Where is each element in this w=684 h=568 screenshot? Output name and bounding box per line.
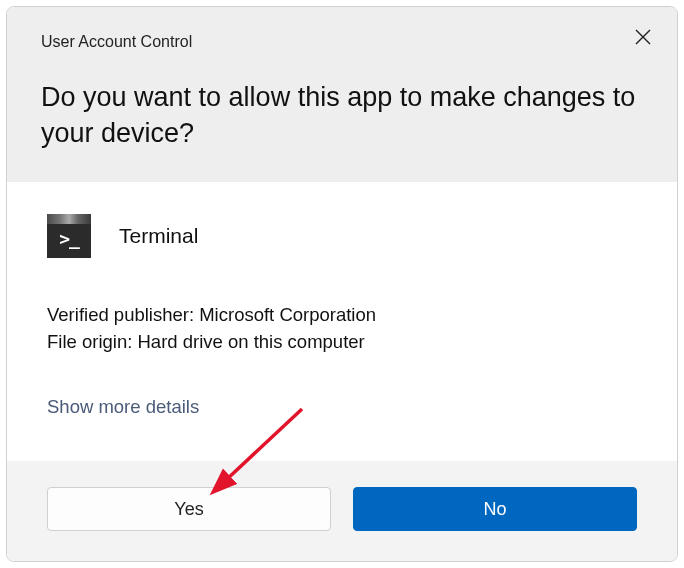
dialog-title: User Account Control: [41, 33, 643, 51]
app-name: Terminal: [119, 224, 198, 248]
dialog-footer: Yes No: [7, 461, 677, 561]
dialog-question: Do you want to allow this app to make ch…: [41, 79, 643, 152]
yes-button[interactable]: Yes: [47, 487, 331, 531]
no-button[interactable]: No: [353, 487, 637, 531]
app-row: >_ Terminal: [47, 214, 637, 258]
uac-dialog: User Account Control Do you want to allo…: [6, 6, 678, 562]
publisher-info: Verified publisher: Microsoft Corporatio…: [47, 302, 637, 329]
origin-info: File origin: Hard drive on this computer: [47, 329, 637, 356]
terminal-icon: >_: [47, 214, 91, 258]
close-icon: [635, 29, 651, 45]
dialog-body: >_ Terminal Verified publisher: Microsof…: [7, 182, 677, 461]
show-more-details-link[interactable]: Show more details: [47, 396, 199, 418]
close-button[interactable]: [627, 21, 659, 53]
dialog-header: User Account Control Do you want to allo…: [7, 7, 677, 182]
